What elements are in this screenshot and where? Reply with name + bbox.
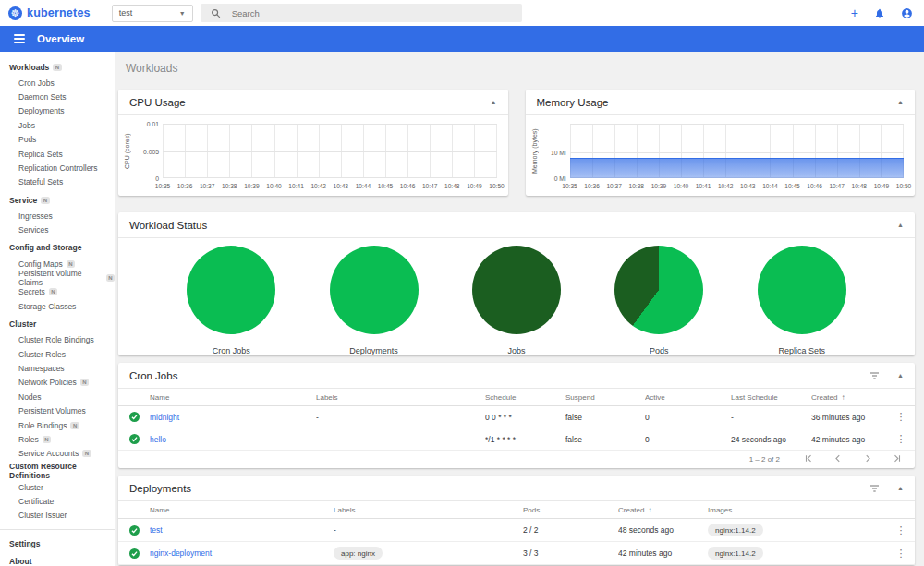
row-menu-icon[interactable]: ⋮: [887, 433, 915, 445]
sidebar-item-cron-jobs[interactable]: Cron Jobs: [0, 76, 115, 90]
collapse-icon[interactable]: ▲: [897, 222, 904, 228]
jobs-pie-chart[interactable]: [472, 246, 561, 334]
sidebar-item-about[interactable]: About: [0, 552, 115, 566]
column-header-schedule[interactable]: Schedule: [485, 393, 565, 402]
sidebar-item-role-bindings[interactable]: Role BindingsN: [0, 418, 115, 432]
column-header-label: Pods: [523, 506, 540, 514]
sidebar-item-pods[interactable]: Pods: [0, 133, 115, 147]
pods-pie-chart[interactable]: [614, 246, 703, 334]
cronjob-labels-text: -: [316, 435, 319, 444]
deployment-pods: 3 / 3: [523, 548, 618, 558]
sidebar-group-cluster[interactable]: Cluster: [0, 315, 115, 332]
column-header-name[interactable]: Name: [150, 506, 334, 514]
sidebar-item-deployments[interactable]: Deployments: [0, 104, 115, 118]
status-ok-icon: [118, 412, 150, 422]
column-header-images[interactable]: Images: [708, 506, 887, 514]
collapse-icon[interactable]: ▲: [897, 485, 904, 491]
namespace-selector[interactable]: test ▼: [112, 5, 193, 22]
filter-icon[interactable]: [869, 484, 880, 493]
sidebar-item-stateful-sets[interactable]: Stateful Sets: [0, 175, 115, 189]
sidebar-item-namespaces[interactable]: Namespaces: [0, 361, 115, 375]
section-title: Workloads: [118, 52, 915, 90]
next-page-button[interactable]: [863, 453, 872, 465]
column-header-created[interactable]: Created↑: [618, 506, 708, 514]
cpu-usage-card: CPU Usage ▲ CPU (cores) 10:3510:3610:371…: [118, 90, 508, 196]
cronjob-schedule: 0 0 * * *: [485, 413, 565, 422]
sidebar-item-persistent-volumes[interactable]: Persistent Volumes: [0, 403, 115, 417]
table-header-row: NameLabelsPodsCreated↑Images: [118, 501, 915, 519]
collapse-icon[interactable]: ▲: [897, 99, 904, 105]
cronjob-active-text: 0: [645, 413, 650, 422]
sidebar-group-config-and-storage[interactable]: Config and Storage: [0, 239, 115, 257]
y-tick-label: 0.01: [131, 121, 159, 127]
namespaced-badge: N: [53, 64, 61, 71]
column-header-labels[interactable]: Labels: [316, 393, 485, 402]
column-header-pods[interactable]: Pods: [523, 506, 618, 514]
sidebar-item-cluster-roles[interactable]: Cluster Roles: [0, 347, 115, 361]
x-tick-label: 10:39: [651, 183, 667, 189]
x-tick-label: 10:44: [762, 183, 778, 189]
column-header-name[interactable]: Name: [150, 393, 316, 402]
column-header-labels[interactable]: Labels: [334, 506, 523, 514]
sidebar-item-cluster-role-bindings[interactable]: Cluster Role Bindings: [0, 332, 115, 346]
row-menu-icon[interactable]: ⋮: [887, 411, 915, 423]
search-input[interactable]: [232, 8, 512, 18]
cronjob-created: 36 minutes ago: [811, 413, 887, 422]
collapse-icon[interactable]: ▲: [897, 372, 904, 379]
sidebar-group-workloads[interactable]: WorkloadsN: [0, 58, 115, 76]
deployment-name-link[interactable]: nginx-deployment: [150, 548, 334, 558]
sidebar-item-services[interactable]: Services: [0, 223, 115, 237]
add-icon[interactable]: +: [851, 6, 858, 19]
sidebar-item-storage-classes[interactable]: Storage Classes: [0, 299, 115, 313]
notifications-icon[interactable]: [874, 7, 885, 19]
column-header-active[interactable]: Active: [645, 393, 731, 402]
page-title: Overview: [37, 33, 84, 44]
sidebar-item-daemon-sets[interactable]: Daemon Sets: [0, 90, 115, 103]
sidebar-item-service-accounts[interactable]: Service AccountsN: [0, 447, 115, 461]
sidebar-item-replication-controllers[interactable]: Replication Controllers: [0, 161, 115, 175]
deployment-name-link-text: test: [150, 525, 163, 535]
sidebar-item-ingresses[interactable]: Ingresses: [0, 209, 115, 223]
sidebar-item-persistent-volume-claims[interactable]: Persistent Volume ClaimsN: [0, 271, 115, 284]
sidebar-item-jobs[interactable]: Jobs: [0, 118, 115, 132]
y-tick-label: 0: [131, 175, 159, 182]
collapse-icon[interactable]: ▲: [491, 99, 497, 105]
filter-icon[interactable]: [869, 371, 880, 380]
sidebar-item-cluster-issuer[interactable]: Cluster Issuer: [0, 509, 115, 523]
sidebar-item-cluster[interactable]: Cluster: [0, 480, 115, 494]
previous-page-button[interactable]: [833, 453, 843, 465]
deployments-pie-chart[interactable]: [330, 246, 419, 334]
sidebar-group-service[interactable]: ServiceN: [0, 191, 115, 209]
account-icon[interactable]: [901, 7, 913, 19]
cronjob-name-link[interactable]: midnight: [150, 413, 316, 422]
deployment-name-link[interactable]: test: [150, 525, 334, 535]
column-header-created[interactable]: Created↑: [811, 393, 887, 402]
column-header-label: Name: [150, 393, 169, 402]
replica-sets-pie-chart[interactable]: [758, 246, 846, 334]
sidebar-group-custom-resource-definitions[interactable]: Custom Resource Definitions: [0, 463, 115, 480]
kubernetes-logo[interactable]: ☸ kubernetes: [8, 6, 91, 20]
column-header-suspend[interactable]: Suspend: [565, 393, 645, 402]
sidebar-item-roles[interactable]: RolesN: [0, 432, 115, 446]
sidebar-group-label: Service: [9, 196, 37, 205]
sidebar-item-nodes[interactable]: Nodes: [0, 390, 115, 403]
deployment-created: 48 seconds ago: [618, 525, 708, 535]
cron-jobs-pie-chart[interactable]: [187, 246, 275, 334]
menu-icon[interactable]: [14, 34, 25, 43]
column-header-label: Images: [708, 506, 732, 514]
row-menu-icon[interactable]: ⋮: [887, 524, 915, 536]
namespaced-badge: N: [70, 422, 79, 429]
column-header-last-schedule[interactable]: Last Schedule: [731, 393, 811, 402]
first-page-button[interactable]: [804, 453, 813, 465]
sidebar-item-replica-sets[interactable]: Replica Sets: [0, 147, 115, 161]
sidebar-item-settings[interactable]: Settings: [0, 535, 115, 552]
last-page-button[interactable]: [893, 453, 902, 465]
row-menu-icon[interactable]: ⋮: [887, 548, 915, 560]
sidebar-item-label: Services: [18, 225, 49, 235]
cronjob-suspend: false: [565, 435, 645, 444]
cronjob-name-link[interactable]: hello: [150, 435, 316, 444]
sidebar-item-label: Cluster: [18, 483, 43, 492]
sidebar-item-certificate[interactable]: Certificate: [0, 494, 115, 508]
sidebar-item-network-policies[interactable]: Network PoliciesN: [0, 376, 115, 390]
x-tick-label: 10:47: [422, 183, 438, 189]
